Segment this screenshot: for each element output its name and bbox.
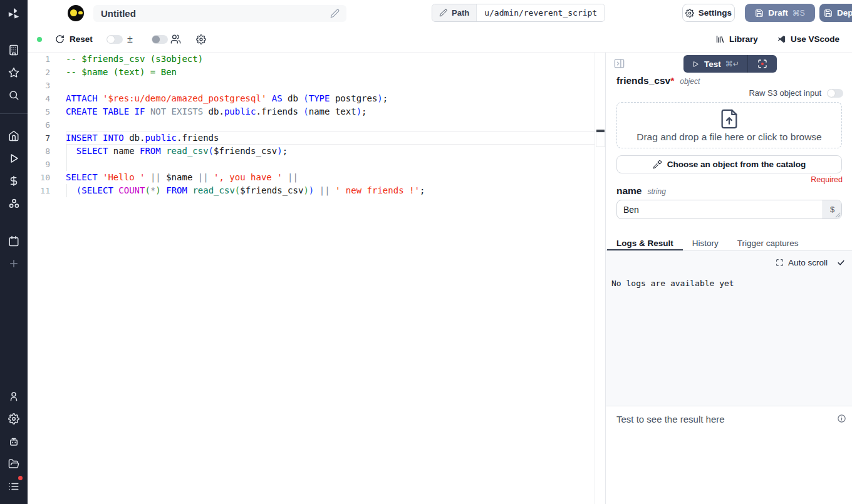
reset-button[interactable]: Reset — [55, 26, 93, 52]
draft-shortcut: ⌘S — [792, 9, 805, 18]
assistant-robot-icon[interactable] — [0, 433, 28, 450]
editor-settings-gear-icon[interactable] — [196, 26, 206, 52]
diff-plusminus-icon[interactable]: ± — [127, 26, 133, 52]
required-asterisk: * — [670, 75, 674, 86]
capture-button[interactable] — [747, 55, 777, 73]
test-label: Test — [704, 59, 721, 69]
tab-logs-result[interactable]: Logs & Result — [607, 237, 683, 250]
home-icon[interactable] — [0, 127, 28, 145]
play-icon — [692, 60, 700, 68]
notification-dot — [17, 475, 24, 481]
code-line[interactable]: INSERT INTO db.public.friends — [66, 131, 425, 145]
path-value[interactable]: u/admin/reverent_script — [477, 4, 605, 21]
code-line[interactable] — [66, 158, 425, 171]
path-label: Path — [452, 8, 469, 18]
required-text: Required — [811, 175, 843, 184]
line-number[interactable]: 5 — [28, 105, 50, 118]
code-line[interactable]: -- $name (text) = Ben — [66, 66, 425, 79]
toolbar-toggle-2[interactable] — [152, 35, 168, 44]
code-editor[interactable]: 1234567891011 -- $friends_csv (s3object)… — [28, 53, 605, 504]
autoscroll-control[interactable]: Auto scroll — [776, 258, 845, 267]
name-input-wrap: $ — [616, 200, 842, 219]
favorites-star-icon[interactable] — [0, 64, 28, 81]
dropzone-text: Drag and drop a file here or click to br… — [636, 131, 822, 143]
resize-handle[interactable] — [835, 212, 841, 218]
tab-history[interactable]: History — [683, 237, 728, 250]
schedules-calendar-icon[interactable] — [0, 232, 28, 250]
tab-trigger-captures[interactable]: Trigger captures — [728, 237, 808, 250]
code-line[interactable]: (SELECT COUNT(*) FROM read_csv($friends_… — [66, 184, 425, 197]
code-line[interactable] — [66, 118, 425, 131]
resources-icon[interactable] — [0, 195, 28, 212]
edit-title-pencil-icon[interactable] — [330, 9, 340, 18]
code-lines[interactable]: -- $friends_csv (s3object)-- $name (text… — [66, 53, 425, 197]
file-dropzone[interactable]: Drag and drop a file here or click to br… — [616, 102, 842, 148]
library-icon — [715, 34, 725, 44]
raw-s3-label: Raw S3 object input — [749, 88, 821, 98]
audit-logs-list-icon[interactable] — [0, 478, 28, 495]
code-line[interactable]: ATTACH '$res:u/demo/amazed_postgresql' A… — [66, 92, 425, 105]
overview-ruler-border — [595, 53, 595, 504]
arg-type: object — [680, 77, 700, 86]
user-icon[interactable] — [0, 388, 28, 405]
create-plus-icon[interactable] — [0, 255, 28, 272]
name-input[interactable] — [617, 200, 821, 219]
collaborators-users-icon[interactable] — [170, 26, 181, 52]
settings-button[interactable]: Settings — [682, 4, 735, 22]
library-button[interactable]: Library — [715, 26, 758, 52]
line-number[interactable]: 7 — [28, 131, 50, 145]
file-upload-icon — [719, 108, 740, 130]
arg-friends-csv-header: friends_csv* object — [616, 75, 700, 86]
choose-object-button[interactable]: Choose an object from the catalog — [616, 155, 842, 173]
info-icon[interactable] — [837, 414, 846, 423]
line-number[interactable]: 3 — [28, 79, 50, 92]
path-button[interactable]: Path — [432, 4, 477, 21]
runs-play-icon[interactable] — [0, 150, 28, 167]
line-number[interactable]: 2 — [28, 66, 50, 79]
sidebar-divider — [0, 113, 28, 114]
test-button-group: Test ⌘↵ — [683, 55, 777, 73]
collapse-panel-icon[interactable] — [613, 58, 625, 69]
arg-name: name — [616, 185, 642, 197]
script-title-input[interactable]: Untitled — [93, 5, 346, 22]
settings-label: Settings — [699, 8, 732, 18]
code-line[interactable] — [66, 79, 425, 92]
vscode-label: Use VScode — [791, 34, 839, 44]
line-number[interactable]: 1 — [28, 53, 50, 66]
workspace-icon[interactable] — [0, 41, 28, 59]
deploy-button[interactable]: Deploy — [819, 4, 852, 22]
settings-gear-icon[interactable] — [0, 410, 28, 428]
code-line[interactable]: -- $friends_csv (s3object) — [66, 53, 425, 66]
expand-icon[interactable] — [776, 259, 784, 267]
status-green-dot — [37, 37, 42, 42]
line-number[interactable]: 4 — [28, 92, 50, 105]
logs-empty-text: No logs are available yet — [611, 279, 734, 288]
result-placeholder: Test to see the result here — [616, 414, 725, 424]
line-number[interactable]: 9 — [28, 158, 50, 171]
editor-gutter: 1234567891011 — [28, 53, 50, 197]
toolbar-toggle-1[interactable] — [106, 35, 123, 44]
line-number[interactable]: 6 — [28, 118, 50, 131]
variables-dollar-icon[interactable] — [0, 172, 28, 190]
folders-icon[interactable] — [0, 455, 28, 473]
app: { "topbar": { "title": "Untitled", "path… — [0, 0, 852, 504]
autoscroll-label: Auto scroll — [788, 258, 828, 267]
code-line[interactable]: CREATE TABLE IF NOT EXISTS db.public.fri… — [66, 105, 425, 118]
line-number[interactable]: 10 — [28, 171, 50, 184]
windmill-logo-icon[interactable] — [0, 6, 28, 22]
panel-tabs: Logs & ResultHistoryTrigger captures — [606, 237, 852, 251]
search-icon[interactable] — [0, 86, 28, 104]
test-shortcut: ⌘↵ — [725, 59, 739, 68]
draft-button[interactable]: Draft ⌘S — [745, 4, 815, 22]
use-vscode-button[interactable]: Use VScode — [777, 26, 839, 52]
line-number[interactable]: 8 — [28, 145, 50, 158]
autoscroll-checkmark-icon[interactable] — [837, 259, 845, 267]
library-label: Library — [729, 34, 758, 44]
path-control[interactable]: Path u/admin/reverent_script — [432, 4, 605, 22]
test-button[interactable]: Test ⌘↵ — [683, 55, 747, 73]
arg-type: string — [648, 187, 666, 196]
raw-s3-toggle[interactable] — [827, 89, 843, 98]
line-number[interactable]: 11 — [28, 184, 50, 197]
code-line[interactable]: SELECT name FROM read_csv($friends_csv); — [66, 145, 425, 158]
code-line[interactable]: SELECT 'Hello ' || $name || ', you have … — [66, 171, 425, 184]
